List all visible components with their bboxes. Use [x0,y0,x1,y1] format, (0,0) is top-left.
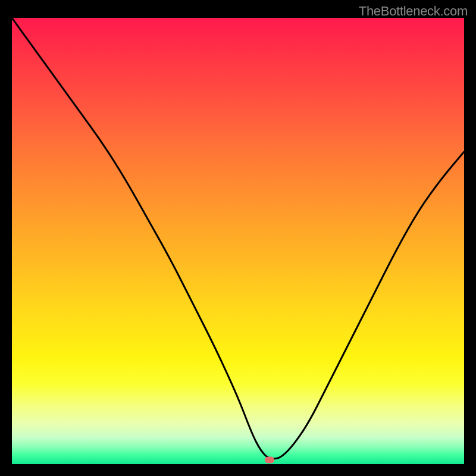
plot-area [12,18,464,464]
chart-frame: TheBottleneck.com [0,0,476,476]
optimum-marker [265,456,274,463]
bottleneck-curve [12,18,464,464]
watermark-text: TheBottleneck.com [359,4,468,19]
